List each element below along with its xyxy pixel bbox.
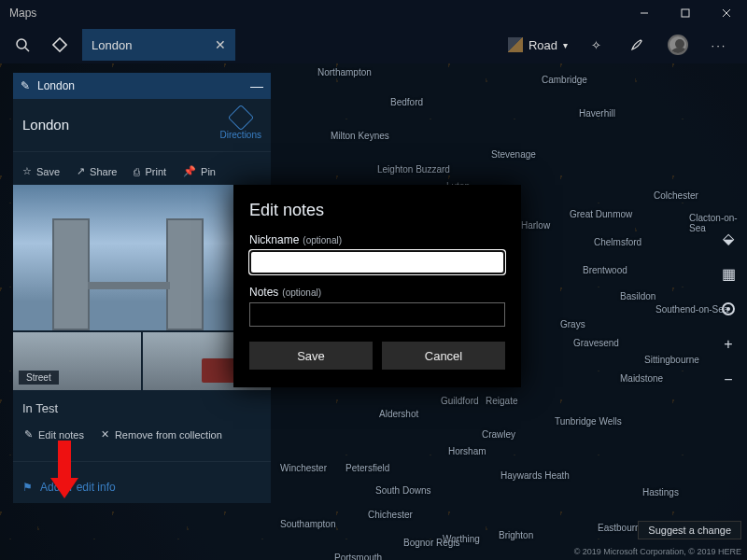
share-label: Share bbox=[90, 166, 117, 177]
map-attribution: © 2019 Microsoft Corporation, © 2019 HER… bbox=[574, 547, 741, 556]
search-tab-label: London bbox=[92, 38, 132, 52]
remove-label: Remove from collection bbox=[115, 429, 222, 441]
tilt-icon[interactable]: ▦ bbox=[718, 263, 739, 284]
dialog-cancel-button[interactable]: Cancel bbox=[382, 342, 505, 370]
map-label: Tunbridge Wells bbox=[555, 416, 622, 427]
map-label: Harlow bbox=[521, 220, 550, 231]
plus-flag-icon: ⚑ bbox=[22, 481, 33, 494]
map-label: Bognor Regis bbox=[403, 538, 460, 548]
print-icon: ⎙ bbox=[134, 166, 140, 177]
collection-section-title: In Test bbox=[13, 390, 271, 421]
place-photo-street[interactable]: Street bbox=[13, 332, 141, 390]
map-label: South Downs bbox=[375, 485, 430, 496]
main: Northampton Cambridge Bedford Milton Key… bbox=[0, 63, 747, 560]
svg-rect-1 bbox=[682, 9, 689, 17]
map-label: Stevenage bbox=[491, 149, 536, 160]
map-label: Portsmouth bbox=[334, 553, 382, 560]
ink-icon[interactable] bbox=[618, 26, 655, 63]
share-icon: ↗ bbox=[77, 165, 85, 177]
add-or-edit-info-link[interactable]: ⚑ Add or edit info bbox=[13, 471, 271, 503]
account-button[interactable] bbox=[659, 26, 697, 63]
map-label: Grays bbox=[560, 319, 585, 329]
more-menu-button[interactable]: ··· bbox=[700, 26, 738, 63]
map-label: Chelmsford bbox=[594, 237, 641, 247]
search-tab[interactable]: London ✕ bbox=[82, 29, 235, 61]
save-label: Save bbox=[36, 166, 60, 177]
divider bbox=[13, 151, 271, 152]
locate-me-button[interactable] bbox=[718, 299, 739, 319]
map-label: Petersfield bbox=[345, 463, 389, 473]
save-button[interactable]: ☆Save bbox=[17, 161, 65, 181]
suggest-change-button[interactable]: Suggest a change bbox=[638, 521, 741, 539]
window-close-button[interactable] bbox=[706, 0, 747, 26]
map-label: Haverhill bbox=[579, 108, 615, 119]
nickname-label: Nickname (optional) bbox=[249, 233, 505, 246]
remove-from-collection-button[interactable]: ✕ Remove from collection bbox=[95, 425, 228, 444]
pin-label: Pin bbox=[201, 166, 216, 177]
map-label: Milton Keynes bbox=[331, 131, 389, 141]
app-title: Maps bbox=[9, 7, 36, 20]
map-label: Leighton Buzzard bbox=[377, 164, 450, 175]
map-label: Sittingbourne bbox=[644, 355, 699, 365]
map-style-button[interactable]: Road ▾ bbox=[502, 30, 573, 60]
place-photo-hero[interactable] bbox=[13, 185, 271, 330]
map-label: Guildford bbox=[441, 396, 479, 406]
avatar-icon bbox=[668, 35, 688, 55]
directions-tool-icon[interactable] bbox=[41, 26, 78, 63]
map-label: Cambridge bbox=[542, 75, 587, 85]
pencil-icon: ✎ bbox=[21, 79, 30, 92]
panel-minimize-icon[interactable]: — bbox=[250, 78, 263, 93]
search-icon[interactable] bbox=[4, 26, 41, 63]
print-label: Print bbox=[145, 166, 166, 177]
window-minimize-button[interactable] bbox=[624, 0, 665, 26]
share-button[interactable]: ↗Share bbox=[71, 161, 122, 181]
map-label: Brentwood bbox=[583, 265, 627, 275]
favorites-icon[interactable]: ✧ bbox=[577, 26, 614, 63]
map-label: Crawley bbox=[482, 429, 515, 440]
map-label: Southampton bbox=[280, 519, 336, 529]
place-photo-row: Street bbox=[13, 332, 271, 390]
titlebar: Maps bbox=[0, 0, 747, 26]
map-label: Colchester bbox=[654, 190, 698, 201]
zoom-in-button[interactable]: + bbox=[718, 334, 739, 355]
svg-point-4 bbox=[17, 39, 26, 49]
zoom-out-button[interactable]: − bbox=[718, 370, 739, 390]
map-label: Basildon bbox=[620, 291, 655, 301]
edit-notes-button[interactable]: ✎ Edit notes bbox=[19, 425, 90, 444]
directions-button[interactable]: Directions bbox=[220, 108, 261, 140]
map-label: Reigate bbox=[486, 396, 517, 406]
place-panel: ✎ London — London Directions ☆Save ↗Shar… bbox=[13, 73, 271, 503]
place-actions: ☆Save ↗Share ⎙Print 📌Pin bbox=[13, 161, 271, 185]
pin-button[interactable]: 📌Pin bbox=[177, 161, 221, 181]
dialog-title: Edit notes bbox=[249, 201, 505, 220]
window-maximize-button[interactable] bbox=[665, 0, 706, 26]
place-name: London bbox=[22, 117, 69, 133]
map-label: Great Dunmow bbox=[570, 209, 632, 219]
print-button[interactable]: ⎙Print bbox=[128, 161, 172, 181]
toolbar: London ✕ Road ▾ ✧ ··· bbox=[0, 26, 747, 63]
edit-notes-dialog: Edit notes Nickname (optional) Notes (op… bbox=[233, 185, 521, 387]
map-tools: ⬙ ▦ + − bbox=[715, 228, 741, 390]
notes-label: Notes (optional) bbox=[249, 286, 505, 299]
panel-header[interactable]: ✎ London — bbox=[13, 73, 271, 99]
close-tab-icon[interactable]: ✕ bbox=[215, 37, 226, 52]
dialog-save-button[interactable]: Save bbox=[249, 342, 373, 370]
directions-icon bbox=[228, 105, 254, 131]
map-label: Maidstone bbox=[620, 373, 663, 384]
notes-input[interactable] bbox=[249, 302, 505, 327]
map-label: Bedford bbox=[390, 97, 423, 107]
map-label: Brighton bbox=[499, 530, 533, 540]
compass-icon[interactable]: ⬙ bbox=[718, 228, 739, 248]
map-label: Winchester bbox=[280, 463, 327, 473]
nickname-input[interactable] bbox=[249, 250, 505, 274]
map-label: Northampton bbox=[317, 67, 372, 77]
pin-icon: 📌 bbox=[183, 165, 196, 177]
panel-header-title: London bbox=[37, 79, 75, 92]
map-label: Hastings bbox=[642, 487, 679, 497]
map-label: Aldershot bbox=[379, 409, 418, 419]
map-style-swatch-icon bbox=[508, 37, 523, 52]
directions-label: Directions bbox=[220, 130, 261, 140]
map-label: Gravesend bbox=[573, 338, 619, 348]
street-badge: Street bbox=[19, 371, 59, 385]
map-style-label: Road bbox=[529, 38, 557, 52]
